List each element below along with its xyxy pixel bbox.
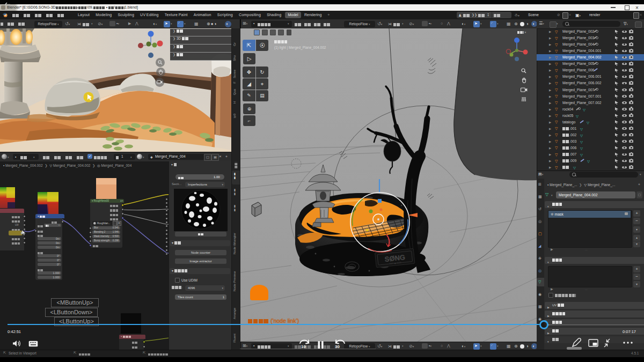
svg-text:10: 10 [301, 344, 306, 349]
svg-text:30: 30 [335, 344, 340, 349]
